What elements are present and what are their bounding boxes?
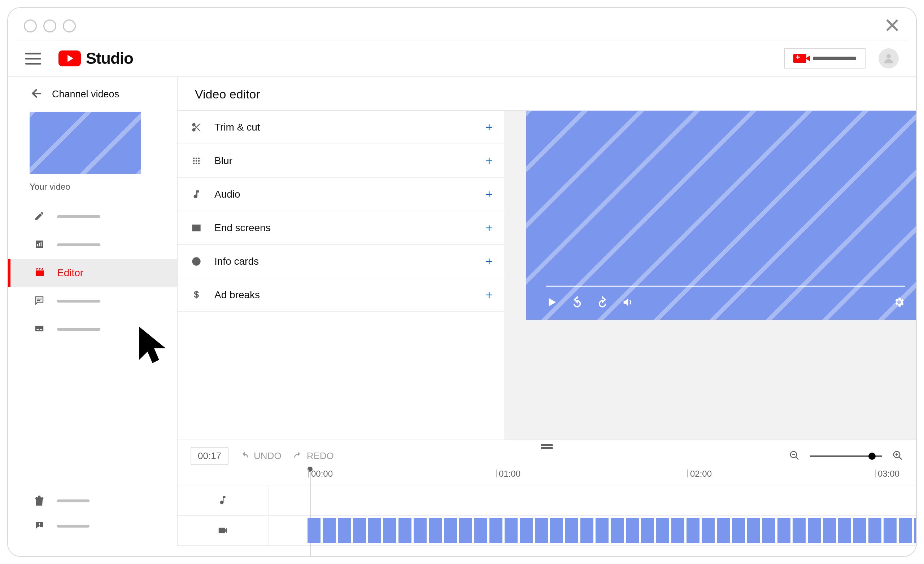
create-button[interactable] bbox=[784, 48, 866, 69]
traffic-dot[interactable] bbox=[24, 19, 37, 33]
traffic-lights bbox=[24, 19, 76, 33]
comment-icon bbox=[34, 295, 45, 307]
svg-rect-10 bbox=[39, 526, 40, 527]
resize-handle-icon[interactable] bbox=[541, 443, 553, 450]
video-track-body[interactable] bbox=[268, 516, 916, 545]
editor-clapper-icon bbox=[34, 267, 45, 279]
main-header: Video editor bbox=[178, 77, 916, 110]
audio-track-body[interactable] bbox=[268, 485, 916, 515]
app-header: Studio bbox=[8, 40, 916, 77]
svg-point-26 bbox=[196, 259, 197, 260]
back-to-channel-videos[interactable]: Channel videos bbox=[8, 87, 177, 110]
tool-ad-breaks[interactable]: $ Ad breaks + bbox=[178, 278, 504, 312]
add-icon[interactable]: + bbox=[486, 154, 493, 168]
sidebar-item-subtitles[interactable] bbox=[8, 315, 177, 343]
settings-gear-icon[interactable] bbox=[893, 296, 905, 310]
rewind-icon[interactable] bbox=[571, 296, 583, 310]
traffic-dot[interactable] bbox=[63, 19, 76, 33]
timeline-ruler[interactable]: 00:00 01:00 02:00 03:00 bbox=[308, 469, 903, 485]
svg-rect-2 bbox=[39, 243, 40, 246]
svg-line-32 bbox=[899, 456, 902, 459]
audio-track-icon bbox=[178, 485, 268, 515]
scissors-icon bbox=[189, 122, 204, 132]
add-icon[interactable]: + bbox=[486, 120, 493, 134]
svg-point-17 bbox=[196, 160, 197, 162]
svg-rect-9 bbox=[39, 523, 40, 525]
video-clip[interactable] bbox=[308, 518, 916, 543]
video-track[interactable] bbox=[178, 516, 916, 546]
tool-info-cards[interactable]: Info cards + bbox=[178, 245, 504, 278]
sidebar-bottom-nav bbox=[8, 488, 177, 539]
add-icon[interactable]: + bbox=[486, 187, 493, 201]
sidebar-item-details[interactable] bbox=[8, 203, 177, 231]
play-icon[interactable] bbox=[546, 296, 558, 310]
back-arrow-icon bbox=[30, 87, 42, 101]
audio-track[interactable] bbox=[178, 485, 916, 516]
studio-label: Studio bbox=[86, 49, 133, 67]
sidebar-nav: Editor bbox=[8, 203, 177, 343]
undo-button[interactable]: UNDO bbox=[239, 450, 282, 462]
svg-rect-6 bbox=[35, 326, 44, 331]
svg-point-18 bbox=[198, 160, 200, 162]
add-icon[interactable]: + bbox=[486, 288, 493, 302]
studio-logo[interactable]: Studio bbox=[58, 49, 133, 67]
tool-blur[interactable]: Blur + bbox=[178, 144, 504, 178]
sidebar-item-feedback[interactable] bbox=[8, 513, 177, 539]
redo-button[interactable]: REDO bbox=[292, 450, 334, 462]
progress-line[interactable] bbox=[546, 286, 905, 287]
tool-end-screens[interactable]: End screens + bbox=[178, 211, 504, 245]
svg-point-16 bbox=[193, 160, 195, 162]
zoom-out-icon[interactable] bbox=[789, 450, 800, 462]
ruler-tick: 03:00 bbox=[878, 469, 900, 479]
timeline-tracks bbox=[178, 485, 916, 546]
svg-rect-1 bbox=[37, 244, 38, 246]
account-avatar[interactable] bbox=[879, 48, 899, 69]
info-icon bbox=[189, 256, 204, 266]
zoom-in-icon[interactable] bbox=[892, 450, 903, 462]
tool-label: Blur bbox=[214, 155, 232, 167]
page-title: Video editor bbox=[195, 87, 899, 101]
svg-rect-8 bbox=[40, 329, 42, 330]
menu-icon[interactable] bbox=[25, 52, 41, 64]
undo-label: UNDO bbox=[254, 450, 282, 462]
svg-point-19 bbox=[193, 163, 195, 164]
svg-point-12 bbox=[193, 129, 195, 131]
tool-trim-cut[interactable]: Trim & cut + bbox=[178, 111, 504, 144]
your-video-label: Your video bbox=[30, 182, 161, 192]
blur-grid-icon bbox=[189, 156, 204, 166]
traffic-dot[interactable] bbox=[44, 19, 56, 33]
back-label: Channel videos bbox=[52, 89, 119, 100]
dollar-icon: $ bbox=[189, 290, 204, 300]
gear-icon bbox=[34, 495, 45, 507]
tool-label: Ad breaks bbox=[214, 289, 260, 301]
tool-audio[interactable]: Audio + bbox=[178, 178, 504, 211]
nav-label: Editor bbox=[57, 267, 83, 279]
sidebar-item-analytics[interactable] bbox=[8, 231, 177, 259]
nav-label-placeholder bbox=[57, 525, 90, 528]
tool-label: End screens bbox=[214, 222, 271, 234]
timecode-input[interactable]: 00:17 bbox=[190, 447, 228, 465]
sidebar-item-settings[interactable] bbox=[8, 488, 177, 513]
timeline-controls: 00:17 UNDO REDO bbox=[178, 440, 916, 469]
tools-panel: Trim & cut + Blur + Audio bbox=[178, 110, 504, 440]
close-icon[interactable] bbox=[884, 17, 900, 34]
preview-controls bbox=[546, 296, 905, 310]
youtube-play-icon bbox=[58, 51, 81, 66]
sidebar-item-comments[interactable] bbox=[8, 287, 177, 315]
pencil-icon bbox=[34, 211, 45, 223]
video-thumbnail[interactable] bbox=[30, 112, 141, 174]
zoom-slider[interactable] bbox=[810, 455, 882, 457]
tool-label: Trim & cut bbox=[214, 121, 260, 133]
add-icon[interactable]: + bbox=[486, 254, 493, 268]
volume-icon[interactable] bbox=[621, 296, 634, 310]
ruler-tick: 02:00 bbox=[690, 469, 712, 479]
svg-text:$: $ bbox=[194, 290, 199, 299]
sidebar-item-editor[interactable]: Editor bbox=[8, 259, 177, 287]
app-window: Studio Channel videos Your video bbox=[7, 7, 917, 557]
add-icon[interactable]: + bbox=[486, 221, 493, 235]
ruler-tick: 01:00 bbox=[499, 469, 520, 479]
music-note-icon bbox=[189, 189, 204, 199]
video-track-icon bbox=[178, 516, 268, 545]
forward-icon[interactable] bbox=[596, 296, 609, 310]
video-preview[interactable] bbox=[526, 111, 916, 320]
